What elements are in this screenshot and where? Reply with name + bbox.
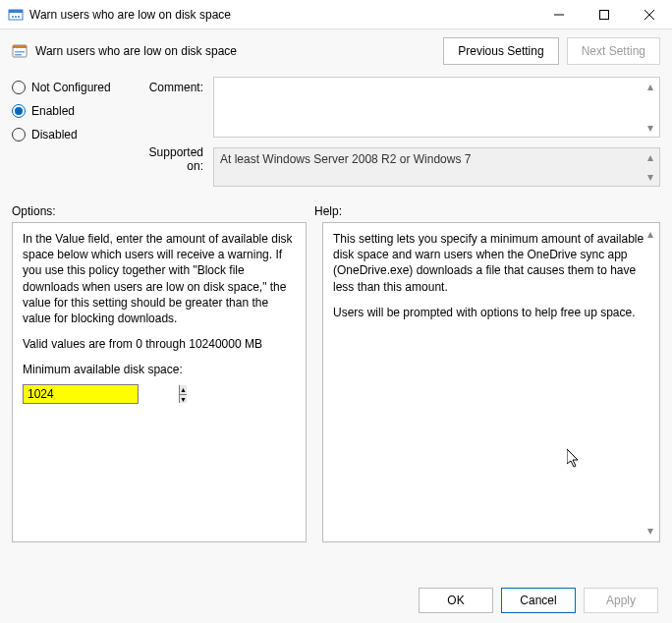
help-text-2: Users will be prompted with options to h… (333, 305, 649, 320)
radio-indicator (12, 128, 26, 142)
supported-on-label: Supported on: (130, 142, 213, 187)
scroll-up-icon[interactable]: ▴ (644, 80, 657, 93)
cancel-button[interactable]: Cancel (501, 588, 576, 613)
options-label: Options: (12, 204, 314, 218)
maximize-button[interactable] (582, 0, 627, 29)
svg-rect-11 (15, 51, 25, 53)
apply-button: Apply (584, 588, 658, 613)
title-bar: Warn users who are low on disk space (0, 0, 672, 29)
spin-label: Minimum available disk space: (23, 362, 296, 377)
policy-icon (12, 43, 28, 59)
radio-enabled[interactable]: Enabled (12, 104, 130, 118)
dialog-button-bar: OK Cancel Apply (411, 588, 658, 613)
min-disk-space-input[interactable] (24, 385, 179, 403)
next-setting-button: Next Setting (567, 37, 660, 65)
radio-label: Enabled (31, 104, 75, 118)
previous-setting-button[interactable]: Previous Setting (443, 37, 558, 65)
radio-not-configured[interactable]: Not Configured (12, 81, 130, 94)
window-title: Warn users who are low on disk space (29, 8, 536, 22)
svg-point-3 (15, 16, 17, 18)
options-text-2: Valid values are from 0 through 10240000… (23, 336, 296, 352)
header-row: Warn users who are low on disk space Pre… (0, 29, 672, 77)
scroll-up-icon[interactable]: ▴ (644, 227, 657, 241)
minimize-button[interactable] (536, 0, 582, 29)
supported-on-text: At least Windows Server 2008 R2 or Windo… (220, 152, 471, 166)
scroll-down-icon[interactable]: ▾ (644, 524, 657, 538)
radio-label: Not Configured (31, 81, 111, 94)
svg-rect-6 (600, 10, 609, 19)
options-panel: In the Value field, enter the amount of … (12, 222, 307, 542)
ok-button[interactable]: OK (419, 588, 493, 613)
comment-label: Comment: (130, 77, 213, 138)
app-icon (8, 7, 24, 23)
radio-label: Disabled (31, 128, 78, 142)
help-label: Help: (314, 204, 660, 218)
svg-point-2 (12, 16, 14, 18)
radio-disabled[interactable]: Disabled (12, 128, 130, 142)
state-radio-group: Not Configured Enabled Disabled (12, 77, 130, 187)
radio-indicator (12, 104, 26, 118)
options-text-1: In the Value field, enter the amount of … (23, 231, 296, 326)
scroll-up-icon[interactable]: ▴ (644, 150, 657, 164)
spin-down-button[interactable]: ▼ (180, 395, 187, 404)
close-button[interactable] (627, 0, 672, 29)
policy-title: Warn users who are low on disk space (35, 44, 435, 58)
help-panel: This setting lets you specify a minimum … (322, 222, 660, 542)
svg-rect-10 (13, 45, 27, 48)
svg-point-4 (18, 16, 20, 18)
scroll-down-icon[interactable]: ▾ (644, 121, 657, 135)
svg-rect-1 (9, 10, 23, 13)
scroll-down-icon[interactable]: ▾ (644, 170, 657, 184)
comment-textarea[interactable]: ▴ ▾ (213, 77, 660, 138)
help-text-1: This setting lets you specify a minimum … (333, 231, 649, 295)
spin-up-button[interactable]: ▲ (180, 385, 187, 395)
min-disk-space-spinner[interactable]: ▲ ▼ (23, 384, 139, 404)
svg-rect-12 (15, 54, 22, 56)
radio-indicator (12, 81, 26, 94)
supported-on-box: At least Windows Server 2008 R2 or Windo… (213, 147, 660, 187)
